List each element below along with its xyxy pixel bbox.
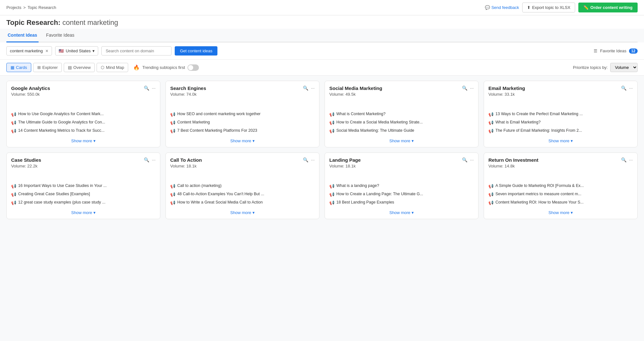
view-overview-button[interactable]: ▤ Overview: [64, 63, 95, 72]
export-button[interactable]: ⬆ Export topic to XLSX: [522, 3, 575, 12]
card-footer: Show more ▾: [484, 135, 637, 147]
card-search-button[interactable]: 🔍: [303, 85, 308, 91]
card-spacer: [484, 171, 637, 181]
card-more-button[interactable]: ···: [629, 85, 633, 91]
show-more-button[interactable]: Show more ▾: [230, 210, 254, 215]
show-more-button[interactable]: Show more ▾: [548, 138, 573, 143]
megaphone-icon: 📢: [329, 184, 334, 189]
show-more-button[interactable]: Show more ▾: [71, 210, 95, 215]
show-more-button[interactable]: Show more ▾: [389, 138, 413, 143]
view-explorer-button[interactable]: ⊞ Explorer: [33, 63, 62, 72]
card-more-button[interactable]: ···: [311, 157, 315, 162]
card-footer: Show more ▾: [325, 135, 478, 147]
view-buttons: ▦ Cards ⊞ Explorer ▤ Overview ⬡ Mind Map: [6, 63, 128, 72]
card-title: Google Analytics: [11, 85, 50, 91]
card-search-button[interactable]: 🔍: [303, 157, 308, 162]
card-item: 📢 Seven important metrics to measure con…: [488, 190, 633, 198]
card-body: 📢 What is a landing page? 📢 How to Creat…: [325, 181, 478, 207]
card-item-text: 12 great case study examples (plus case …: [18, 200, 106, 204]
trending-toggle: 🔥 Trending subtopics first: [133, 64, 199, 71]
card-item: 📢 The Ultimate Guide to Google Analytics…: [11, 118, 156, 127]
card-item: 📢 How SEO and content marketing work tog…: [170, 110, 315, 118]
card-footer: Show more ▾: [7, 135, 160, 147]
page-title: Topic Research: content marketing: [6, 19, 638, 29]
card-item-text: How SEO and content marketing work toget…: [177, 112, 260, 116]
card-more-button[interactable]: ···: [311, 85, 315, 91]
card-spacer: [325, 171, 478, 181]
card-item: 📢 How to Create a Social Media Marketing…: [329, 118, 474, 127]
tabs-bar: Content Ideas Favorite Ideas: [6, 29, 638, 42]
megaphone-icon: 📢: [488, 192, 494, 197]
card-more-button[interactable]: ···: [152, 157, 156, 162]
megaphone-icon: 📢: [488, 200, 494, 205]
show-more-button[interactable]: Show more ▾: [548, 210, 573, 215]
card-search-engines: Search Engines Volume: 74.0k 🔍 ··· 📢 How…: [165, 81, 319, 147]
card-item-text: How to Write a Great Social Media Call t…: [177, 200, 263, 204]
card-item-text: Content Marketing ROI: How to Measure Yo…: [495, 200, 584, 204]
card-search-button[interactable]: 🔍: [462, 157, 467, 162]
country-selector[interactable]: 🇺🇸 United States ▾: [55, 46, 98, 56]
card-search-button[interactable]: 🔍: [621, 157, 626, 162]
card-volume: Volume: 22.2k: [11, 164, 41, 168]
send-feedback-button[interactable]: 💬 Send feedback: [485, 5, 519, 10]
megaphone-icon: 📢: [11, 120, 16, 125]
view-cards-button[interactable]: ▦ Cards: [6, 63, 31, 72]
card-item: 📢 How to Use Google Analytics for Conten…: [11, 110, 156, 118]
domain-search-input[interactable]: [101, 46, 172, 56]
keyword-clear-button[interactable]: ✕: [45, 49, 48, 53]
card-search-button[interactable]: 🔍: [462, 85, 467, 91]
card-search-button[interactable]: 🔍: [144, 157, 149, 162]
show-more-button[interactable]: Show more ▾: [389, 210, 413, 215]
card-footer: Show more ▾: [166, 207, 319, 219]
card-item-text: Creating Great Case Studies [Examples]: [18, 192, 90, 196]
card-item: 📢 18 Best Landing Page Examples: [329, 198, 474, 207]
card-more-button[interactable]: ···: [629, 157, 633, 162]
card-footer: Show more ▾: [325, 207, 478, 219]
sort-by: Prioritize topics by: Volume: [573, 63, 638, 72]
card-volume: Volume: 49.5k: [329, 92, 382, 97]
card-item-text: Content Marketing: [177, 120, 210, 124]
megaphone-icon: 📢: [488, 129, 494, 133]
card-header: Call To Action Volume: 18.1k 🔍 ···: [166, 153, 319, 171]
card-header: Return On Investment Volume: 14.8k 🔍 ···: [484, 153, 637, 171]
chevron-down-icon: ▾: [92, 48, 95, 53]
order-content-button[interactable]: ✏️ Order content writing: [578, 3, 638, 12]
card-volume: Volume: 14.8k: [488, 164, 538, 168]
card-footer: Show more ▾: [484, 207, 637, 219]
show-more-button[interactable]: Show more ▾: [230, 138, 254, 143]
get-content-ideas-button[interactable]: Get content ideas: [175, 46, 217, 56]
card-body: 📢 What is Content Marketing? 📢 How to Cr…: [325, 109, 478, 135]
trending-toggle-switch[interactable]: [187, 64, 199, 71]
card-item: 📢 A Simple Guide to Marketing ROI [Formu…: [488, 182, 633, 190]
card-call-to-action: Call To Action Volume: 18.1k 🔍 ··· 📢 Cal…: [165, 152, 319, 219]
megaphone-icon: 📢: [488, 184, 494, 189]
card-header-actions: 🔍 ···: [303, 85, 315, 91]
sort-select[interactable]: Volume: [610, 63, 638, 72]
card-more-button[interactable]: ···: [470, 85, 474, 91]
card-body: 📢 16 Important Ways to Use Case Studies …: [7, 181, 160, 207]
mindmap-icon: ⬡: [101, 65, 104, 70]
card-footer: Show more ▾: [7, 207, 160, 219]
cards-icon: ▦: [11, 65, 14, 70]
view-mindmap-button[interactable]: ⬡ Mind Map: [97, 63, 128, 72]
megaphone-icon: 📢: [170, 112, 175, 117]
tab-favorite-ideas[interactable]: Favorite Ideas: [45, 29, 76, 42]
show-more-button[interactable]: Show more ▾: [71, 138, 95, 143]
card-item: 📢 14 Content Marketing Metrics to Track …: [11, 127, 156, 135]
card-item-text: 13 Ways to Create the Perfect Email Mark…: [495, 112, 583, 116]
toggle-knob: [188, 65, 193, 70]
feedback-icon: 💬: [485, 5, 490, 10]
card-header-actions: 🔍 ···: [144, 157, 156, 162]
breadcrumb-projects[interactable]: Projects: [6, 5, 21, 10]
tab-content-ideas[interactable]: Content Ideas: [6, 29, 39, 42]
card-more-button[interactable]: ···: [152, 85, 156, 91]
card-search-button[interactable]: 🔍: [144, 85, 149, 91]
card-item-text: 14 Content Marketing Metrics to Track fo…: [18, 128, 105, 133]
megaphone-icon: 📢: [488, 112, 494, 117]
card-header-actions: 🔍 ···: [303, 157, 315, 162]
card-body: 📢 Call to action (marketing) 📢 48 Call-t…: [166, 181, 319, 207]
fire-icon: 🔥: [133, 64, 140, 70]
toolbar: content marketing ✕ 🇺🇸 United States ▾ G…: [0, 42, 644, 60]
card-search-button[interactable]: 🔍: [621, 85, 626, 91]
card-more-button[interactable]: ···: [470, 157, 474, 162]
